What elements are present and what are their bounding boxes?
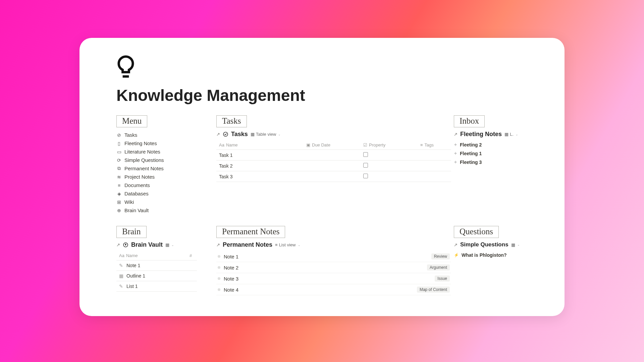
svg-rect-0 (123, 75, 129, 78)
tasks-table: AaName ▣Due Date ☑Property ≡Tags Task 1 … (216, 140, 451, 182)
refresh-icon: ⟳ (116, 158, 122, 163)
chevron-down-icon: ⌄ (516, 133, 518, 136)
tasks-view-selector[interactable]: ▦Table view⌄ (251, 132, 281, 137)
list-icon: ≡ (275, 242, 278, 247)
table-icon: ▦ (165, 242, 169, 247)
calendar-icon: ▦ (119, 273, 124, 279)
link-arrow-icon: ↗ (116, 242, 120, 247)
tasks-link-title[interactable]: Tasks (231, 131, 248, 138)
questions-link-row: ↗ Simple Questions ▦⌄ (454, 241, 528, 248)
questions-heading: Questions (454, 226, 499, 238)
inbox-block: Inbox ↗ Fleeting Notes ▦L.⌄ ✦Fleeting 2 … (454, 115, 528, 215)
task-checkbox[interactable] (363, 163, 368, 168)
content-grid: Menu ⊘Tasks ▯Fleeting Notes ▭Literature … (116, 115, 528, 295)
menu-item-questions[interactable]: ⟳Simple Questions (116, 156, 214, 164)
tag-badge: Issue (435, 276, 450, 282)
questions-view-selector[interactable]: ▦⌄ (511, 242, 520, 247)
page-dot-icon (218, 288, 220, 291)
inbox-link-row: ↗ Fleeting Notes ▦L.⌄ (454, 131, 528, 138)
sparkle-icon: ✦ (454, 160, 457, 165)
menu-item-brain-vault[interactable]: ⊕Brain Vault (116, 206, 214, 215)
page-dot-icon (218, 255, 220, 258)
permanent-item[interactable]: Note 4Map of Content (216, 284, 451, 295)
questions-link-title[interactable]: Simple Questions (460, 241, 508, 248)
chevron-down-icon: ⌄ (517, 243, 520, 246)
task-row[interactable]: Task 1 (216, 150, 451, 161)
inbox-heading: Inbox (454, 115, 485, 127)
permanent-item[interactable]: Note 1Review (216, 251, 451, 262)
brain-link-title[interactable]: Brain Vault (131, 241, 163, 248)
permanent-item[interactable]: Note 2Argument (216, 262, 451, 273)
grid-icon: ⊞ (116, 199, 122, 205)
page-dot-icon (218, 266, 220, 269)
layers-icon: ≋ (116, 174, 122, 180)
brain-view-selector[interactable]: ▦⌄ (165, 242, 174, 247)
list-icon: ≡ (420, 142, 423, 147)
task-row[interactable]: Task 2 (216, 161, 451, 171)
menu-item-permanent[interactable]: ⧉Permanent Notes (116, 164, 214, 173)
brain-heading: Brain (116, 226, 147, 238)
gallery-icon: ▦ (511, 242, 515, 247)
menu-item-tasks[interactable]: ⊘Tasks (116, 131, 214, 139)
fleeting-item[interactable]: ✦Fleeting 2 (454, 140, 528, 149)
link-arrow-icon: ↗ (216, 132, 220, 137)
calendar-icon: ▣ (306, 142, 310, 147)
page-title: Knowledge Management (116, 86, 528, 105)
brain-row[interactable]: ✎Note 1 (116, 260, 197, 271)
chevron-down-icon: ⌄ (298, 243, 301, 247)
link-arrow-icon: ↗ (216, 242, 220, 247)
hash-icon: # (190, 253, 192, 258)
cube-icon: ◈ (116, 191, 122, 196)
menu-list: ⊘Tasks ▯Fleeting Notes ▭Literature Notes… (116, 131, 214, 215)
menu-heading: Menu (116, 115, 147, 127)
check-circle-icon: ⊘ (116, 132, 122, 138)
link-arrow-icon: ↗ (454, 132, 458, 137)
clipboard-icon: ▯ (116, 141, 122, 146)
link-arrow-icon: ↗ (454, 242, 458, 247)
chevron-down-icon: ⌄ (171, 243, 174, 247)
permanent-item[interactable]: Note 3Issue (216, 273, 451, 284)
tasks-link-row: ↗ Tasks ▦Table view⌄ (216, 131, 451, 138)
fleeting-item[interactable]: ✦Fleeting 1 (454, 149, 528, 158)
permanent-view-selector[interactable]: ≡List view⌄ (275, 242, 300, 247)
fleeting-item[interactable]: ✦Fleeting 3 (454, 158, 528, 167)
questions-list: ⚡What is Phlogiston? (454, 251, 528, 259)
checkbox-icon: ☑ (363, 142, 367, 147)
tasks-heading: Tasks (216, 115, 247, 127)
page-dot-icon (218, 277, 220, 280)
brain-row[interactable]: ✎List 1 (116, 281, 197, 292)
menu-item-literature[interactable]: ▭Literature Notes (116, 147, 214, 156)
brain-row[interactable]: ▦Outline 1 (116, 271, 197, 281)
permanent-block: Permanent Notes ↗ Permanent Notes ≡List … (216, 226, 451, 295)
inbox-link-title[interactable]: Fleeting Notes (460, 131, 502, 138)
permanent-link-title[interactable]: Permanent Notes (223, 241, 272, 248)
sparkle-icon: ✦ (454, 142, 457, 147)
page-icon-lightbulb (116, 54, 528, 79)
tag-badge: Map of Content (417, 287, 450, 293)
book-icon: ▭ (116, 149, 122, 155)
table-icon: ▦ (251, 132, 255, 137)
sparkle-icon: ✦ (454, 151, 457, 156)
menu-item-wiki[interactable]: ⊞Wiki (116, 198, 214, 206)
menu-item-documents[interactable]: ≡Documents (116, 181, 214, 189)
inbox-view-selector[interactable]: ▦L.⌄ (504, 132, 518, 137)
bolt-icon: ⚡ (454, 253, 459, 257)
menu-item-project[interactable]: ≋Project Notes (116, 173, 214, 181)
gallery-icon: ▦ (504, 132, 508, 137)
brain-link-row: ↗ Brain Vault ▦⌄ (116, 241, 214, 248)
task-row[interactable]: Task 3 (216, 171, 451, 182)
upload-icon (123, 242, 128, 248)
copy-icon: ⧉ (116, 166, 122, 171)
task-checkbox[interactable] (363, 174, 368, 178)
stack-icon: ≡ (116, 183, 122, 188)
task-checkbox[interactable] (363, 152, 368, 157)
permanent-link-row: ↗ Permanent Notes ≡List view⌄ (216, 241, 451, 248)
menu-item-fleeting[interactable]: ▯Fleeting Notes (116, 139, 214, 147)
permanent-list: Note 1Review Note 2Argument Note 3Issue … (216, 251, 451, 295)
menu-block: Menu ⊘Tasks ▯Fleeting Notes ▭Literature … (116, 115, 214, 215)
tag-badge: Review (431, 253, 450, 259)
menu-item-databases[interactable]: ◈Databases (116, 189, 214, 198)
brain-block: Brain ↗ Brain Vault ▦⌄ AaName # ✎Note 1 … (116, 226, 214, 295)
upload-icon: ⊕ (116, 208, 122, 213)
question-item[interactable]: ⚡What is Phlogiston? (454, 251, 528, 259)
